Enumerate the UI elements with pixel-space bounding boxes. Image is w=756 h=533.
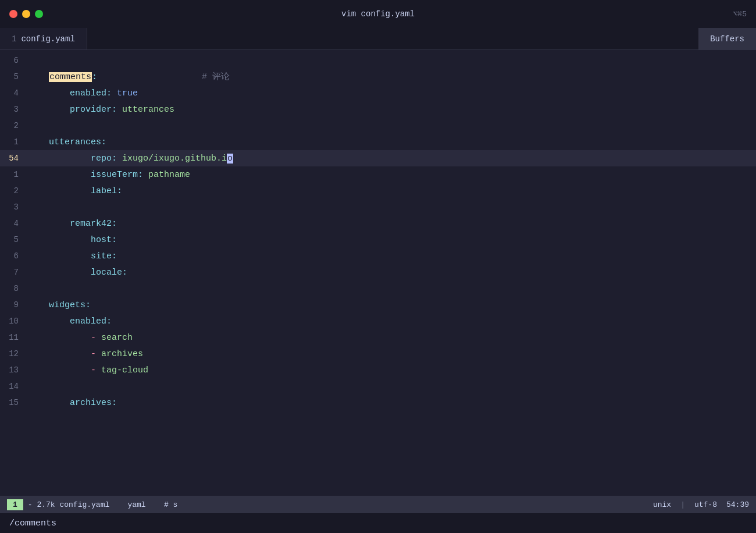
line-number: 13 — [5, 362, 28, 378]
line-content: - search — [28, 330, 133, 346]
tab-filename: config.yaml — [21, 34, 74, 44]
table-row: 6 site: — [0, 248, 756, 264]
line-number: 5 — [5, 232, 28, 248]
line-number: 4 — [5, 215, 28, 232]
table-row: 2 — [0, 118, 756, 134]
line-content: locale: — [28, 265, 127, 281]
status-file-info: - 2.7k config.yaml yaml # s — [28, 500, 178, 509]
line-content: issueTerm: pathname — [28, 167, 190, 183]
table-row: 5 host: — [0, 232, 756, 248]
table-row: 11 - search — [0, 329, 756, 346]
table-row: 6 — [0, 52, 756, 69]
minimize-button[interactable] — [22, 10, 30, 18]
line-number: 9 — [5, 297, 28, 313]
maximize-button[interactable] — [35, 10, 43, 18]
line-number: 4 — [5, 85, 28, 101]
line-number: 12 — [5, 346, 28, 362]
table-row: 2 label: — [0, 183, 756, 199]
cmdline: /comments — [0, 513, 756, 533]
line-number: 3 — [5, 101, 28, 118]
statusbar: 1 - 2.7k config.yaml yaml # s unix | utf… — [0, 496, 756, 513]
table-row: 3 — [0, 199, 756, 215]
table-row: 14 — [0, 378, 756, 395]
line-number: 11 — [5, 329, 28, 346]
line-content: comments: # 评论 — [28, 69, 230, 86]
editor-area[interactable]: 6 5 comments: # 评论 4 enabled: true 3 pro… — [0, 50, 756, 496]
line-number: 7 — [5, 264, 28, 280]
line-number: 8 — [5, 280, 28, 297]
window-title: vim config.yaml — [341, 9, 415, 19]
table-row: 9 widgets: — [0, 297, 756, 313]
line-number: 15 — [5, 395, 28, 411]
table-row: 5 comments: # 评论 — [0, 69, 756, 85]
table-row: 8 — [0, 280, 756, 297]
table-row: 4 remark42: — [0, 215, 756, 232]
line-number: 1 — [5, 166, 28, 183]
table-row: 13 - tag-cloud — [0, 362, 756, 378]
line-content: archives: — [28, 395, 117, 411]
line-number: 5 — [5, 69, 28, 85]
line-content: repo: ixugo/ixugo.github.io — [28, 151, 233, 167]
tabbar: 1 config.yaml Buffers — [0, 28, 756, 50]
line-content: - archives — [28, 346, 143, 363]
status-right: unix | utf-8 54:39 — [653, 500, 749, 509]
line-number: 6 — [5, 52, 28, 69]
tab-number: 1 — [12, 34, 16, 44]
status-encoding: utf-8 — [694, 500, 717, 509]
status-mode: 1 — [7, 499, 23, 510]
status-os: unix — [653, 500, 671, 509]
table-row: 10 enabled: — [0, 313, 756, 329]
line-number-current: 54 — [5, 150, 28, 166]
current-line: 54 repo: ixugo/ixugo.github.io — [0, 150, 756, 166]
line-number: 6 — [5, 248, 28, 264]
line-content: site: — [28, 248, 117, 265]
close-button[interactable] — [9, 10, 17, 18]
line-number: 10 — [5, 313, 28, 329]
line-content: - tag-cloud — [28, 363, 148, 379]
keyboard-shortcut: ⌥⌘5 — [733, 9, 747, 19]
titlebar: vim config.yaml ⌥⌘5 — [0, 0, 756, 28]
line-content: widgets: — [28, 297, 91, 314]
table-row: 4 enabled: true — [0, 85, 756, 101]
line-content: host: — [28, 232, 117, 248]
traffic-lights — [9, 10, 43, 18]
cmdline-text: /comments — [9, 518, 56, 528]
line-content: provider: utterances — [28, 102, 174, 118]
active-tab[interactable]: 1 config.yaml — [0, 28, 87, 49]
line-content: utterances: — [28, 134, 106, 151]
line-number: 2 — [5, 183, 28, 199]
line-content: enabled: — [28, 314, 112, 330]
line-number: 2 — [5, 118, 28, 134]
buffers-button[interactable]: Buffers — [698, 28, 756, 49]
line-number: 3 — [5, 199, 28, 215]
table-row: 3 provider: utterances — [0, 101, 756, 118]
line-content: label: — [28, 183, 122, 200]
table-row: 12 - archives — [0, 346, 756, 362]
line-content: remark42: — [28, 216, 117, 232]
line-number: 1 — [5, 134, 28, 150]
table-row: 1 utterances: — [0, 134, 756, 150]
table-row: 7 locale: — [0, 264, 756, 280]
status-position: 54:39 — [726, 500, 749, 509]
table-row: 15 archives: — [0, 395, 756, 411]
line-number: 14 — [5, 378, 28, 395]
table-row: 1 issueTerm: pathname — [0, 166, 756, 183]
line-content: enabled: true — [28, 86, 138, 102]
